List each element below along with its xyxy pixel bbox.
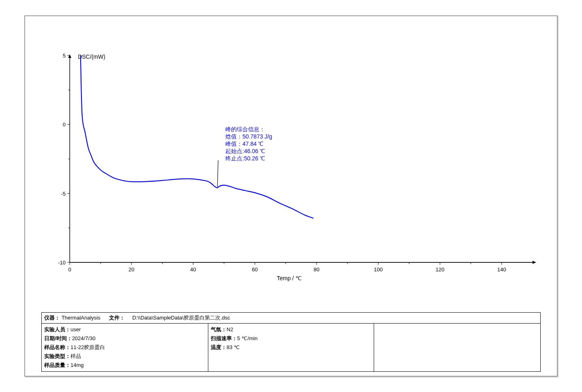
metadata-label: 日期/时间： — [44, 335, 72, 341]
file-label: 文件： — [109, 315, 125, 321]
svg-text:40: 40 — [190, 266, 196, 273]
metadata-value: 2024/7/30 — [72, 335, 96, 341]
metadata-value: 5 ℃/min — [237, 335, 257, 341]
metadata-top-row: 仪器： ThermalAnalysis 文件： D:\\Data\SampleD… — [42, 313, 540, 324]
svg-text:100: 100 — [374, 266, 383, 273]
svg-text:80: 80 — [314, 266, 319, 273]
metadata-label: 样品名称： — [44, 344, 71, 350]
peak-annotation-line: 峰的综合信息： — [225, 126, 265, 132]
svg-text:0: 0 — [63, 121, 66, 128]
metadata-label: 实验人员： — [44, 326, 71, 332]
metadata-value: 14mg — [71, 362, 84, 368]
instrument-value: ThermalAnalysis — [62, 315, 101, 321]
metadata-value: 11-22胶原蛋白 — [71, 344, 105, 350]
peak-annotation-line: 终止点:50.26 ℃ — [225, 155, 265, 162]
svg-text:-10: -10 — [58, 260, 66, 266]
svg-text:20: 20 — [128, 266, 134, 273]
peak-annotation-line: 起始点:46.06 ℃ — [225, 148, 265, 154]
file-value: D:\\Data\SampleData\胶原蛋白第二次.dsc — [132, 315, 230, 321]
chart-area: 020406080100120140-10-505DSC/(mW)Temp / … — [41, 28, 541, 310]
metadata-panel: 仪器： ThermalAnalysis 文件： D:\\Data\SampleD… — [41, 312, 541, 372]
peak-annotation-line: 焓值：50.7873 J/g — [225, 133, 272, 140]
svg-text:0: 0 — [68, 266, 71, 273]
svg-text:-5: -5 — [61, 191, 66, 197]
metadata-label: 温度： — [211, 344, 227, 350]
svg-text:Temp / ℃: Temp / ℃ — [277, 275, 302, 281]
svg-text:120: 120 — [436, 266, 445, 273]
metadata-mid-cell: 气氛：N2扫描速率：5 ℃/min温度：83 ℃ — [208, 324, 374, 371]
metadata-grid: 实验人员：user日期/时间：2024/7/30样品名称：11-22胶原蛋白实验… — [42, 324, 540, 371]
metadata-value: 样品 — [71, 353, 81, 359]
metadata-value: user — [71, 326, 81, 332]
peak-annotation-line: 峰值：47.84 ℃ — [225, 141, 263, 147]
dsc-chart: 020406080100120140-10-505DSC/(mW)Temp / … — [41, 28, 541, 310]
svg-text:60: 60 — [252, 266, 258, 273]
metadata-label: 实验类型： — [44, 353, 71, 359]
metadata-left-cell: 实验人员：user日期/时间：2024/7/30样品名称：11-22胶原蛋白实验… — [42, 324, 208, 371]
svg-line-38 — [217, 160, 218, 187]
metadata-label: 扫描速率： — [211, 335, 237, 341]
metadata-label: 气氛： — [211, 326, 227, 332]
instrument-label: 仪器： — [44, 315, 60, 321]
svg-text:5: 5 — [63, 53, 66, 59]
metadata-label: 样品质量： — [44, 362, 71, 368]
report-frame: 020406080100120140-10-505DSC/(mW)Temp / … — [24, 15, 558, 377]
svg-text:140: 140 — [497, 266, 506, 273]
svg-text:DSC/(mW): DSC/(mW) — [78, 53, 105, 60]
metadata-value: N2 — [227, 326, 233, 332]
metadata-right-cell — [374, 324, 540, 371]
metadata-value: 83 ℃ — [227, 344, 240, 350]
